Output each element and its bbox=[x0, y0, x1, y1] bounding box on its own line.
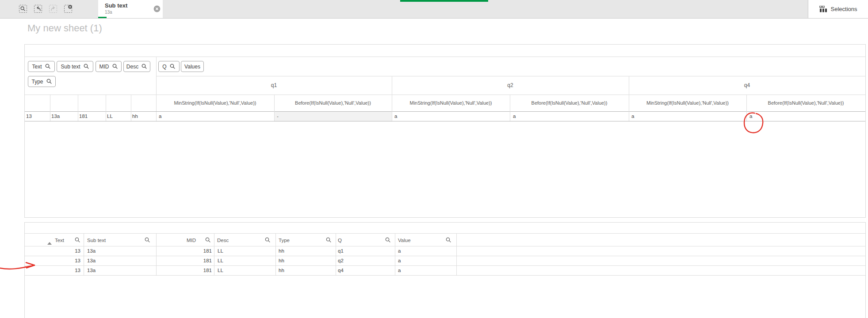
filter-button-text[interactable]: Text bbox=[28, 61, 55, 72]
table-cell[interactable]: q2 bbox=[338, 256, 344, 265]
selections-grid-icon bbox=[819, 6, 827, 12]
filter-label: MID bbox=[99, 64, 109, 70]
pivot-value-cell: a bbox=[394, 111, 397, 121]
pivot-dim-cell[interactable]: 13 bbox=[26, 111, 32, 121]
pivot-line bbox=[25, 121, 865, 121]
table-cell[interactable]: hh bbox=[279, 265, 284, 275]
pivot-dim-divider bbox=[106, 95, 106, 121]
table-cell: a bbox=[398, 256, 401, 265]
pivot-value-cell: a bbox=[749, 111, 752, 121]
filter-button-desc[interactable]: Desc bbox=[123, 61, 150, 72]
table-cell[interactable]: 13a bbox=[87, 265, 96, 275]
filter-button-type[interactable]: Type bbox=[28, 76, 56, 87]
filter-label: Desc bbox=[126, 64, 138, 70]
search-icon[interactable] bbox=[145, 237, 150, 243]
search-icon[interactable] bbox=[385, 237, 391, 243]
table-cell[interactable]: 13a bbox=[87, 256, 96, 265]
table-cell[interactable]: 13 bbox=[25, 246, 80, 256]
redo-arrow-glyph bbox=[50, 6, 56, 11]
table-cell: a bbox=[398, 265, 401, 275]
table-line bbox=[25, 265, 865, 266]
column-header-desc[interactable]: Desc bbox=[217, 235, 229, 245]
table-cell[interactable]: q1 bbox=[338, 246, 344, 256]
table-cell[interactable]: 13 bbox=[25, 256, 80, 265]
table-cell[interactable]: hh bbox=[279, 246, 284, 256]
pivot-col-header-q1[interactable]: q1 bbox=[156, 76, 392, 95]
table-line bbox=[25, 246, 865, 246]
selections-button[interactable]: Selections bbox=[808, 0, 868, 18]
pivot-value-cell-null: - bbox=[277, 111, 279, 121]
filter-button-values[interactable]: Values bbox=[181, 61, 204, 72]
column-header-sub-text[interactable]: Sub text bbox=[87, 235, 106, 245]
pivot-dim-cell[interactable]: 181 bbox=[79, 111, 88, 121]
step-forward-icon bbox=[49, 5, 57, 13]
pivot-dim-divider bbox=[50, 95, 50, 121]
pivot-dim-cell[interactable]: hh bbox=[132, 111, 138, 121]
column-header-text[interactable]: Text bbox=[25, 235, 64, 245]
tab-subtitle: 13a bbox=[105, 10, 112, 15]
table-cell[interactable]: q4 bbox=[338, 265, 344, 275]
smart-search-icon[interactable] bbox=[19, 5, 27, 13]
table-cell[interactable]: hh bbox=[279, 256, 284, 265]
pivot-line bbox=[25, 111, 865, 112]
filter-label: Values bbox=[184, 64, 200, 70]
search-icon bbox=[170, 64, 176, 69]
search-icon bbox=[112, 64, 118, 69]
filter-button-q[interactable]: Q bbox=[158, 61, 180, 72]
pivot-measure-header: MinString(If(IsNull(Value),'Null',Value)… bbox=[156, 95, 274, 111]
pivot-col-header-q4[interactable]: q4 bbox=[629, 76, 865, 95]
filter-label: Sub text bbox=[61, 64, 80, 70]
table-cell[interactable]: 181 bbox=[156, 246, 212, 256]
pivot-measure-header: Before(If(IsNull(Value),'Null',Value)) bbox=[510, 95, 629, 111]
search-icon[interactable] bbox=[326, 237, 332, 243]
pivot-table-panel: Text Sub text MID Desc Q bbox=[24, 44, 866, 218]
column-header-q[interactable]: Q bbox=[338, 235, 342, 245]
pivot-dim-cell[interactable]: 13a bbox=[51, 111, 60, 121]
table-cell[interactable]: 13a bbox=[87, 246, 96, 256]
undo-arrow-glyph bbox=[35, 6, 41, 11]
pivot-value-cell: a bbox=[631, 111, 634, 121]
table-col-divider bbox=[275, 233, 276, 275]
search-icon[interactable] bbox=[205, 237, 211, 243]
pivot-value-cell: a bbox=[513, 111, 516, 121]
table-cell[interactable]: LL bbox=[218, 256, 223, 265]
table-line bbox=[25, 275, 865, 276]
column-header-mid[interactable]: MID bbox=[156, 235, 196, 245]
tab-active-indicator bbox=[98, 17, 107, 18]
search-icon bbox=[46, 79, 52, 84]
pivot-measure-header: Before(If(IsNull(Value),'Null',Value)) bbox=[274, 95, 392, 111]
pivot-col-header-q2[interactable]: q2 bbox=[392, 76, 629, 95]
table-cell[interactable]: LL bbox=[218, 265, 223, 275]
pivot-dim-divider bbox=[78, 95, 78, 121]
tab-sub-text[interactable]: Sub text 13a bbox=[98, 0, 163, 18]
table-line bbox=[25, 233, 865, 234]
column-header-value[interactable]: Value bbox=[398, 235, 411, 245]
search-icon bbox=[141, 64, 147, 69]
search-icon[interactable] bbox=[446, 237, 451, 243]
table-col-divider bbox=[84, 233, 84, 275]
column-header-type[interactable]: Type bbox=[279, 235, 290, 245]
filter-button-mid[interactable]: MID bbox=[96, 61, 122, 72]
sheet-title: My new sheet (1) bbox=[27, 23, 102, 34]
pivot-measure-header: MinString(If(IsNull(Value),'Null',Value)… bbox=[629, 95, 746, 111]
table-col-divider bbox=[395, 233, 395, 275]
tab-title: Sub text bbox=[105, 2, 127, 9]
table-cell[interactable]: 181 bbox=[156, 256, 212, 265]
step-back-icon[interactable] bbox=[34, 5, 42, 13]
search-icon[interactable] bbox=[265, 237, 271, 243]
clear-selections-icon[interactable] bbox=[64, 5, 72, 13]
filter-label: Q bbox=[162, 64, 166, 70]
tab-close-icon[interactable] bbox=[153, 5, 161, 12]
pivot-measure-header: Before(If(IsNull(Value),'Null',Value)) bbox=[746, 95, 865, 111]
search-icon[interactable] bbox=[75, 237, 80, 243]
table-cell[interactable]: 181 bbox=[156, 265, 212, 275]
filter-button-sub-text[interactable]: Sub text bbox=[57, 61, 93, 72]
pivot-dim-cell[interactable]: LL bbox=[107, 111, 113, 121]
table-cell[interactable]: 13 bbox=[25, 265, 80, 275]
magnifier-glyph bbox=[20, 6, 26, 11]
filter-label: Type bbox=[31, 79, 43, 85]
filter-label: Text bbox=[32, 64, 42, 70]
table-cell[interactable]: LL bbox=[218, 246, 223, 256]
table-col-divider bbox=[456, 233, 457, 275]
search-icon bbox=[84, 64, 89, 69]
